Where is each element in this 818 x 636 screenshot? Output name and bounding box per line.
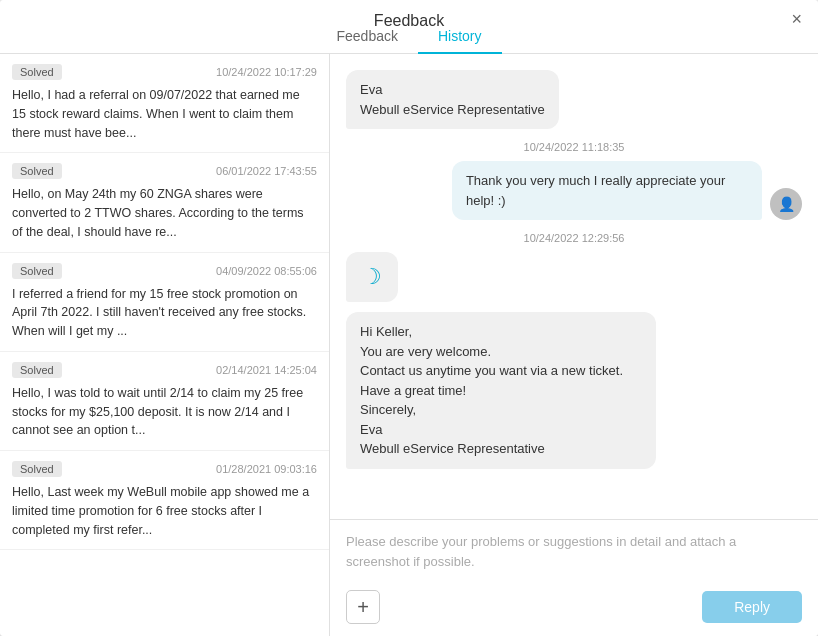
message-row: Hi Keller,You are very welcome.Contact u… bbox=[346, 312, 802, 469]
message-text: Webull eService Representative bbox=[360, 102, 545, 117]
reply-button[interactable]: Reply bbox=[702, 591, 802, 623]
attach-button[interactable]: + bbox=[346, 590, 380, 624]
message-line: Eva bbox=[360, 422, 382, 437]
ticket-item[interactable]: Solved 04/09/2022 08:55:06 I referred a … bbox=[0, 253, 329, 352]
chat-panel: Eva Webull eService Representative 10/24… bbox=[330, 54, 818, 636]
message-row: Eva Webull eService Representative bbox=[346, 70, 802, 129]
compose-actions: + Reply bbox=[346, 590, 802, 624]
solved-badge: Solved bbox=[12, 362, 62, 378]
ticket-text: Hello, on May 24th my 60 ZNGA shares wer… bbox=[12, 185, 317, 241]
message-text: Thank you very much I really appreciate … bbox=[466, 173, 725, 208]
ticket-text: Hello, I was told to wait until 2/14 to … bbox=[12, 384, 317, 440]
close-button[interactable]: × bbox=[791, 10, 802, 28]
solved-badge: Solved bbox=[12, 263, 62, 279]
solved-badge: Solved bbox=[12, 64, 62, 80]
ticket-text: Hello, Last week my WeBull mobile app sh… bbox=[12, 483, 317, 539]
ticket-date: 01/28/2021 09:03:16 bbox=[216, 463, 317, 475]
solved-badge: Solved bbox=[12, 461, 62, 477]
agent-bubble: ☽ bbox=[346, 252, 398, 302]
ticket-date: 04/09/2022 08:55:06 bbox=[216, 265, 317, 277]
ticket-list: Solved 10/24/2022 10:17:29 Hello, I had … bbox=[0, 54, 330, 636]
message-line: Sincerely, bbox=[360, 402, 416, 417]
message-line: Hi Keller, bbox=[360, 324, 412, 339]
feedback-modal: Feedback × Feedback History Solved 10/24… bbox=[0, 0, 818, 636]
message-line: Webull eService Representative bbox=[360, 441, 545, 456]
message-bubble: Eva Webull eService Representative bbox=[346, 70, 559, 129]
loading-icon: ☽ bbox=[362, 264, 382, 290]
avatar: 👤 bbox=[770, 188, 802, 220]
message-bubble: Hi Keller,You are very welcome.Contact u… bbox=[346, 312, 656, 469]
modal-body: Solved 10/24/2022 10:17:29 Hello, I had … bbox=[0, 54, 818, 636]
message-text: Eva bbox=[360, 82, 382, 97]
ticket-date: 02/14/2021 14:25:04 bbox=[216, 364, 317, 376]
modal-title: Feedback bbox=[374, 12, 444, 30]
chat-messages: Eva Webull eService Representative 10/24… bbox=[330, 54, 818, 519]
compose-placeholder[interactable]: Please describe your problems or suggest… bbox=[346, 532, 802, 580]
message-line: You are very welcome. bbox=[360, 344, 491, 359]
message-line: Contact us anytime you want via a new ti… bbox=[360, 363, 623, 398]
solved-badge: Solved bbox=[12, 163, 62, 179]
ticket-item[interactable]: Solved 02/14/2021 14:25:04 Hello, I was … bbox=[0, 352, 329, 451]
message-bubble: Thank you very much I really appreciate … bbox=[452, 161, 762, 220]
ticket-date: 10/24/2022 10:17:29 bbox=[216, 66, 317, 78]
ticket-item[interactable]: Solved 06/01/2022 17:43:55 Hello, on May… bbox=[0, 153, 329, 252]
modal-header: Feedback × Feedback History bbox=[0, 0, 818, 54]
ticket-text: I referred a friend for my 15 free stock… bbox=[12, 285, 317, 341]
compose-area: Please describe your problems or suggest… bbox=[330, 519, 818, 636]
ticket-date: 06/01/2022 17:43:55 bbox=[216, 165, 317, 177]
ticket-item[interactable]: Solved 01/28/2021 09:03:16 Hello, Last w… bbox=[0, 451, 329, 550]
ticket-item[interactable]: Solved 10/24/2022 10:17:29 Hello, I had … bbox=[0, 54, 329, 153]
chat-timestamp: 10/24/2022 12:29:56 bbox=[346, 232, 802, 244]
message-row: ☽ bbox=[346, 252, 802, 302]
message-row: Thank you very much I really appreciate … bbox=[346, 161, 802, 220]
ticket-text: Hello, I had a referral on 09/07/2022 th… bbox=[12, 86, 317, 142]
chat-timestamp: 10/24/2022 11:18:35 bbox=[346, 141, 802, 153]
